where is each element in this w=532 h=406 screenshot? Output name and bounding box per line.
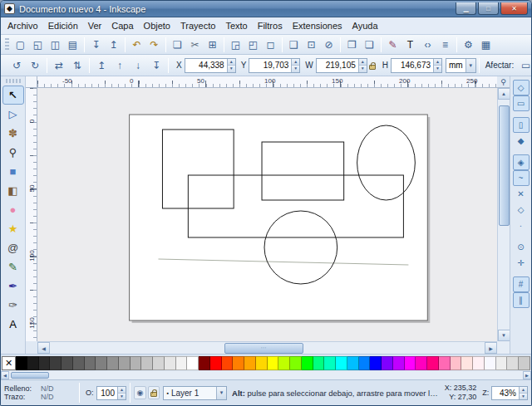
palette-swatch[interactable] [461,356,473,370]
palette-swatch[interactable] [107,356,119,370]
snap-midpoints-button[interactable]: ∙ [513,218,530,233]
lower-button[interactable]: ↓ [129,56,147,75]
maximize-button[interactable]: □ [478,2,499,15]
zoom-to-drawing-button[interactable]: ◰ [244,36,262,53]
rotate-90-cw-button[interactable]: ↻ [26,56,44,75]
palette-swatch[interactable] [485,356,496,370]
selector-tool[interactable]: ↖ [2,86,24,105]
unlink-clone-button[interactable]: ⊘ [320,36,337,53]
palette-scrollbar[interactable]: ◀ ▶ [1,371,531,379]
menu-edición[interactable]: Edición [43,19,83,32]
palette-swatch[interactable] [347,356,359,370]
spinner[interactable]: ▲▼ [227,59,235,72]
snap-rotation-centers-button[interactable]: ✛ [513,255,530,271]
palette-swatch[interactable] [519,356,530,370]
palette-swatch[interactable] [27,356,39,370]
palette-swatch[interactable] [451,356,462,370]
no-color-swatch[interactable]: ✕ [2,356,16,370]
scale-stroke-toggle[interactable]: ▭ [517,56,532,74]
duplicate-button[interactable]: ❑ [285,36,303,53]
vertical-scrollbar[interactable]: ▲ ▼ [497,88,510,341]
document-properties-button[interactable]: ▦ [477,36,495,53]
palette-swatch[interactable] [222,356,234,370]
chevron-down-icon[interactable]: ▼ [216,387,226,399]
palette-scroll-left[interactable]: ◀ [1,371,9,379]
text-tool[interactable]: A [2,315,24,334]
menu-extensiones[interactable]: Extensiones [288,19,347,32]
create-clone-button[interactable]: ⊡ [303,36,320,53]
opacity-spinbox[interactable]: 100 ▲▼ [96,386,126,400]
flip-horizontal-button[interactable]: ⇄ [50,56,68,75]
menu-objeto[interactable]: Objeto [139,19,175,32]
layer-dropdown[interactable]: ▪ Layer 1 ▼ [163,386,227,400]
copy-button[interactable]: ❏ [169,36,186,53]
snap-bbox-edges-button[interactable]: ▯ [513,117,530,133]
snap-bbox-button[interactable]: ▭ [513,95,530,111]
palette-swatch[interactable] [302,356,313,370]
paste-button[interactable]: ⊞ [204,36,221,53]
y-field[interactable]: 19,703▲▼ [249,58,300,73]
fill-stroke-indicator[interactable]: Relleno: N/D Trazo: N/D [4,384,76,401]
spinner[interactable]: ▲▼ [358,59,367,72]
node-tool[interactable]: ▷ [2,105,24,124]
palette-swatch[interactable] [199,356,210,370]
palette-swatch[interactable] [382,356,393,370]
snap-path-intersections-button[interactable]: ✕ [513,186,530,202]
palette-swatch[interactable] [290,356,302,370]
x-field[interactable]: 44,338▲▼ [185,58,236,73]
export-button[interactable]: ↥ [105,36,122,53]
toolbar-grip[interactable] [5,38,9,51]
fill-stroke-dialog-button[interactable]: ✎ [384,36,401,53]
spinner[interactable]: ▲▼ [433,59,441,72]
palette-swatch[interactable] [359,356,371,370]
sticky-zoom-button[interactable]: ⚲ [497,76,510,88]
palette-swatch[interactable] [405,356,416,370]
palette-swatch[interactable] [336,356,347,370]
palette-scroll-thumb[interactable] [11,372,49,379]
preferences-button[interactable]: ⚙ [460,36,477,53]
palette-swatch[interactable] [256,356,268,370]
pen-tool[interactable]: ✒ [2,276,24,296]
open-document-button[interactable]: ◱ [29,36,47,53]
scroll-right-button[interactable]: ▶ [485,342,497,354]
align-dialog-button[interactable]: ≡ [436,36,454,53]
ellipse-tool[interactable]: ● [2,200,24,219]
palette-swatch[interactable] [176,356,188,370]
redo-button[interactable]: ↷ [145,36,163,53]
palette-swatch[interactable] [16,356,27,370]
w-field[interactable]: 219,105▲▼ [316,58,367,73]
palette-swatch[interactable] [187,356,199,370]
menu-trayecto[interactable]: Trayecto [175,19,220,32]
units-dropdown[interactable]: mm ▼ [446,58,476,73]
palette-swatch[interactable] [313,356,325,370]
scroll-down-button[interactable]: ▼ [498,330,510,341]
rectangle-tool[interactable]: ■ [2,162,24,181]
chevron-down-icon[interactable]: ▼ [466,59,475,72]
snap-nodes-button[interactable]: ◈ [513,154,530,170]
spinner[interactable]: ▲▼ [519,387,527,399]
menu-capa[interactable]: Capa [106,19,138,32]
h-field[interactable]: 146,673▲▼ [391,58,442,73]
spiral-tool[interactable]: @ [2,238,24,257]
layer-lock-toggle[interactable] [148,386,160,399]
star-tool[interactable]: ★ [2,219,24,238]
group-objects-button[interactable]: ❐ [343,36,361,53]
print-document-button[interactable]: ▤ [64,36,81,53]
palette-swatch[interactable] [370,356,382,370]
snap-paths-button[interactable]: ~ [513,170,530,186]
horizontal-scroll-thumb[interactable]: ⋯ [224,343,303,354]
menu-filtros[interactable]: Filtros [253,19,288,32]
text-dialog-button[interactable]: T [401,36,419,53]
box3d-tool[interactable]: ◧ [2,181,24,200]
palette-swatch[interactable] [324,356,336,370]
palette-swatch[interactable] [439,356,451,370]
palette-swatch[interactable] [153,356,165,370]
palette-scroll-right[interactable]: ▶ [523,371,531,379]
zoom-to-page-button[interactable]: ◻ [262,36,279,53]
tweak-tool[interactable]: ✽ [2,124,24,143]
undo-button[interactable]: ↶ [128,36,145,53]
palette-swatch[interactable] [62,356,73,370]
snap-guides-button[interactable]: ∥ [513,292,530,308]
minimize-button[interactable]: ▁ [456,2,476,15]
layer-visibility-toggle[interactable]: ◉ [134,386,146,399]
